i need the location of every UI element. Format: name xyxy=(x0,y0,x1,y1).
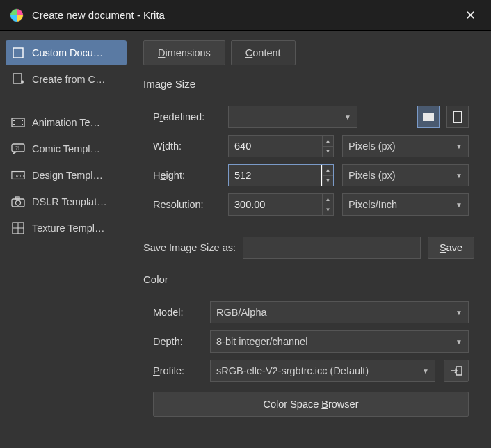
titlebar: Create new document - Krita ✕ xyxy=(0,0,491,31)
model-combo[interactable]: RGB/Alpha ▼ xyxy=(210,301,469,323)
chevron-down-icon: ▼ xyxy=(456,201,462,209)
film-icon xyxy=(11,115,25,129)
spin-down-icon[interactable]: ▼ xyxy=(323,147,333,157)
svg-rect-13 xyxy=(15,197,19,199)
width-unit-combo[interactable]: Pixels (px) ▼ xyxy=(342,135,469,157)
spin-up-icon[interactable]: ▲ xyxy=(323,165,333,176)
chevron-down-icon: ▼ xyxy=(344,113,351,121)
svg-rect-5 xyxy=(13,124,15,125)
save-image-size-as-label: Save Image Size as: xyxy=(143,242,236,253)
depth-value: 8-bit integer/channel xyxy=(216,336,307,347)
chevron-down-icon: ▼ xyxy=(422,367,429,375)
orientation-landscape-button[interactable] xyxy=(417,106,440,128)
camera-icon xyxy=(11,195,25,209)
width-input[interactable]: ▲▼ xyxy=(228,135,334,157)
sidebar-item-design-templates[interactable]: 16:10 Design Templ… xyxy=(6,163,127,188)
height-value[interactable] xyxy=(234,165,322,186)
sidebar-item-texture-templates[interactable]: Texture Templ… xyxy=(6,216,127,241)
sidebar-item-comic-templates[interactable]: ?! Comic Templ… xyxy=(6,136,127,161)
svg-rect-6 xyxy=(22,120,23,121)
spin-down-icon[interactable]: ▼ xyxy=(323,205,333,216)
spin-up-icon[interactable]: ▲ xyxy=(323,194,333,205)
model-value: RGB/Alpha xyxy=(216,307,267,318)
chevron-down-icon: ▼ xyxy=(456,309,462,317)
chevron-down-icon: ▼ xyxy=(456,338,462,346)
svg-rect-17 xyxy=(453,111,462,122)
resolution-label: Resolution: xyxy=(153,199,220,210)
svg-rect-2 xyxy=(13,74,22,83)
tabs: Dimensions Content xyxy=(143,40,474,65)
section-color: Color xyxy=(143,273,474,285)
sidebar-item-label: Design Templ… xyxy=(32,170,103,181)
profile-label: Profile: xyxy=(153,365,202,376)
sidebar-item-label: DSLR Templat… xyxy=(32,196,107,207)
svg-text:16:10: 16:10 xyxy=(14,174,24,178)
sidebar-item-label: Comic Templ… xyxy=(32,143,100,154)
height-unit-combo[interactable]: Pixels (px) ▼ xyxy=(342,164,469,186)
width-unit-value: Pixels (px) xyxy=(348,141,396,152)
depth-label: Depth: xyxy=(153,336,202,347)
profile-value: sRGB-elle-V2-srgbtrc.icc (Default) xyxy=(216,365,369,376)
import-icon xyxy=(450,365,462,376)
grid-icon xyxy=(11,221,25,235)
close-icon[interactable]: ✕ xyxy=(460,5,481,26)
ratio-icon: 16:10 xyxy=(11,168,25,182)
window-title: Create new document - Krita xyxy=(32,9,460,21)
sidebar-item-label: Animation Te… xyxy=(32,117,100,128)
svg-point-14 xyxy=(16,200,21,205)
chevron-down-icon: ▼ xyxy=(456,143,462,150)
color-space-browser-button[interactable]: Color Space Browser xyxy=(153,392,469,417)
resolution-value[interactable] xyxy=(234,194,322,215)
sidebar-item-dslr-templates[interactable]: DSLR Templat… xyxy=(6,189,127,214)
width-label: Width: xyxy=(153,141,220,152)
resolution-unit-combo[interactable]: Pixels/Inch ▼ xyxy=(342,193,469,216)
width-value[interactable] xyxy=(234,136,322,157)
height-unit-value: Pixels (px) xyxy=(348,170,396,181)
svg-rect-16 xyxy=(423,113,434,121)
resolution-unit-value: Pixels/Inch xyxy=(348,199,397,210)
height-label: Height: xyxy=(153,170,220,181)
orientation-portrait-button[interactable] xyxy=(446,106,469,128)
svg-rect-4 xyxy=(13,120,15,121)
model-label: Model: xyxy=(153,307,202,318)
sidebar-item-label: Custom Docu… xyxy=(32,47,103,58)
import-profile-button[interactable] xyxy=(444,360,469,382)
svg-rect-3 xyxy=(12,118,24,127)
depth-combo[interactable]: 8-bit integer/channel ▼ xyxy=(210,330,469,353)
sidebar-item-label: Texture Templ… xyxy=(32,223,105,234)
predefined-label: Predefined: xyxy=(153,111,220,122)
speech-bubble-icon: ?! xyxy=(11,142,25,156)
sidebar-item-custom-document[interactable]: Custom Docu… xyxy=(6,40,127,65)
svg-rect-7 xyxy=(22,124,23,125)
document-icon xyxy=(11,46,25,60)
save-button[interactable]: Save xyxy=(428,237,474,259)
svg-text:?!: ?! xyxy=(15,145,19,150)
sidebar: Custom Docu… Create from C… Animation Te… xyxy=(0,31,132,448)
sidebar-item-label: Create from C… xyxy=(32,74,106,85)
section-image-size: Image Size xyxy=(143,78,474,90)
save-image-size-as-input[interactable] xyxy=(243,237,421,259)
document-plus-icon xyxy=(11,72,25,86)
height-input[interactable]: ▲▼ xyxy=(228,164,334,186)
profile-combo[interactable]: sRGB-elle-V2-srgbtrc.icc (Default) ▼ xyxy=(210,360,435,382)
sidebar-item-animation-templates[interactable]: Animation Te… xyxy=(6,110,127,135)
predefined-combo[interactable]: ▼ xyxy=(228,106,357,128)
spin-down-icon[interactable]: ▼ xyxy=(323,176,333,186)
tab-content[interactable]: Content xyxy=(231,40,296,65)
svg-rect-1 xyxy=(13,48,23,58)
krita-logo-icon xyxy=(10,8,24,22)
sidebar-item-create-from-clipboard[interactable]: Create from C… xyxy=(6,67,127,92)
spin-up-icon[interactable]: ▲ xyxy=(323,136,333,147)
chevron-down-icon: ▼ xyxy=(456,172,462,179)
tab-dimensions[interactable]: Dimensions xyxy=(143,40,225,65)
resolution-input[interactable]: ▲▼ xyxy=(228,193,334,216)
